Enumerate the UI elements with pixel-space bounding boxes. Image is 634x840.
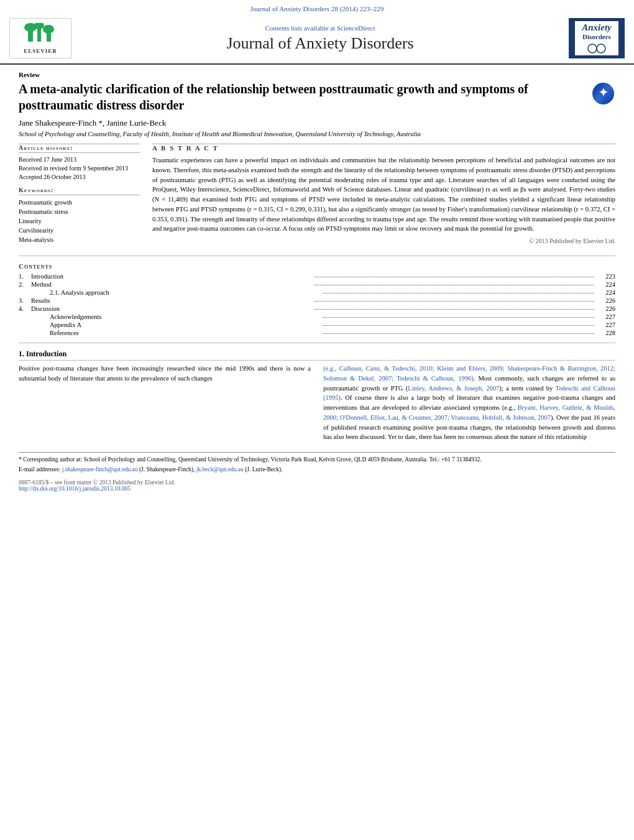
toc-entry-3: 3. Results 226 — [19, 297, 615, 304]
toc-dots-refs — [323, 333, 594, 334]
toc-entry-1: 1. Introduction 223 — [19, 273, 615, 280]
toc-label-ack: Acknowledgements — [50, 313, 321, 320]
crossmark-logo: ✦ — [590, 81, 615, 106]
toc-dots-appendix — [323, 325, 594, 326]
intro-right-col: (e.g., Calhoun, Cann, & Tedeschi, 2010; … — [323, 364, 615, 446]
email1-link[interactable]: j.shakespeare-finch@qut.edu.au — [62, 466, 138, 473]
toc-entry-ack: Acknowledgements 227 — [19, 313, 615, 320]
toc-num-2: 2. — [19, 281, 31, 288]
toc-label-2: Method — [31, 281, 311, 288]
journal-title-center: Contents lists available at ScienceDirec… — [71, 24, 569, 53]
introduction-heading: 1. Introduction — [19, 349, 615, 361]
divider-2 — [19, 343, 615, 343]
journal-top-line: Journal of Anxiety Disorders 28 (2014) 2… — [0, 5, 634, 12]
abstract-heading: A B S T R A C T — [152, 144, 615, 152]
toc-page-2: 224 — [597, 281, 615, 288]
contents-heading: Contents — [19, 262, 615, 270]
keyword-1: Posttraumatic growth — [19, 198, 140, 207]
svg-point-7 — [597, 44, 605, 53]
authors-text: Jane Shakespeare-Finch *, Janine Lurie-B… — [19, 118, 166, 127]
toc-page-appendix: 227 — [597, 321, 615, 328]
toc-entry-2-1: 2.1. Analysis approach 224 — [19, 289, 615, 296]
contents-available: Contents lists available at ScienceDirec… — [71, 24, 569, 32]
main-content: Review A meta-analytic clarification of … — [0, 65, 634, 498]
svg-point-6 — [588, 44, 597, 53]
journal-logo-graphic — [587, 42, 606, 55]
toc-entry-4: 4. Discussion 226 — [19, 305, 615, 312]
toc-page-4: 226 — [597, 305, 615, 312]
toc-dots-2 — [314, 285, 594, 285]
article-body: Article history: Received 17 June 2013 R… — [19, 144, 615, 249]
intro-left-col: Positive post-trauma changes have been i… — [19, 364, 311, 446]
ref-linley: Linley, Andrews, & Joseph, 2007 — [408, 385, 499, 392]
elsevier-logo: ELSEVIER — [9, 18, 71, 58]
article-history: Article history: Received 17 June 2013 R… — [19, 144, 140, 182]
top-journal-citation: Journal of Anxiety Disorders 28 (2014) 2… — [250, 5, 384, 12]
contents-section: Contents 1. Introduction 223 2. Method 2… — [19, 262, 615, 336]
keyword-4: Curvilinearity — [19, 226, 140, 235]
logo-anxiety: Anxiety — [582, 22, 612, 33]
toc-dots-2-1 — [323, 293, 594, 293]
toc-page-1: 223 — [597, 273, 615, 280]
crossmark-icon: ✦ — [592, 83, 614, 104]
toc-num-4: 4. — [19, 305, 31, 312]
toc-num-1: 1. — [19, 273, 31, 280]
history-label: Article history: — [19, 144, 140, 153]
article-title-text: A meta-analytic clarification of the rel… — [19, 81, 590, 113]
toc-label-appendix: Appendix A — [50, 321, 321, 328]
footnotes: * Corresponding author at: School of Psy… — [19, 452, 615, 474]
toc-dots-4 — [314, 309, 594, 310]
toc-entry-refs: References 228 — [19, 330, 615, 336]
keywords-list: Posttraumatic growth Posttraumatic stres… — [19, 198, 140, 244]
intro-left-text: Positive post-trauma changes have been i… — [19, 364, 311, 384]
toc-label-3: Results — [31, 297, 311, 304]
footnote-email: E-mail addresses: j.shakespeare-finch@qu… — [19, 466, 615, 474]
toc-wrapper: 1. Introduction 223 2. Method 224 2.1. A… — [19, 273, 615, 336]
doi-link[interactable]: http://dx.doi.org/10.1016/j.janxdis.2013… — [19, 486, 615, 492]
keyword-5: Meta-analysis — [19, 235, 140, 244]
toc-page-3: 226 — [597, 297, 615, 304]
article-info: Article history: Received 17 June 2013 R… — [19, 144, 140, 249]
toc-label-4: Discussion — [31, 305, 311, 312]
article-type-label: Review — [19, 71, 615, 78]
journal-header: Journal of Anxiety Disorders 28 (2014) 2… — [0, 0, 634, 65]
affiliation-text: School of Psychology and Counselling, Fa… — [19, 131, 615, 137]
keyword-3: Linearity — [19, 216, 140, 226]
received-date: Received 17 June 2013 Received in revise… — [19, 155, 140, 182]
keywords-section: Keywords: Posttraumatic growth Posttraum… — [19, 187, 140, 244]
toc-page-refs: 228 — [597, 330, 615, 336]
toc-num-3: 3. — [19, 297, 31, 304]
intro-right-text: (e.g., Calhoun, Cann, & Tedeschi, 2010; … — [323, 364, 615, 442]
toc-page-2-1: 224 — [597, 289, 615, 296]
introduction-body: Positive post-trauma changes have been i… — [19, 364, 615, 446]
keyword-2: Posttraumatic stress — [19, 207, 140, 216]
logo-disorders: Disorders — [582, 33, 611, 40]
email2-link[interactable]: jk.beck@qut.edu.au — [196, 466, 244, 473]
toc-label-1: Introduction — [31, 273, 311, 280]
article-title-block: A meta-analytic clarification of the rel… — [19, 81, 615, 113]
toc-dots-ack — [323, 317, 594, 318]
journal-main-title: Journal of Anxiety Disorders — [71, 34, 569, 53]
footnote-star: * Corresponding author at: School of Psy… — [19, 456, 615, 464]
abstract-section: A B S T R A C T Traumatic experiences ca… — [152, 144, 615, 249]
toc-page-ack: 227 — [597, 313, 615, 320]
elsevier-tree-icon — [22, 23, 59, 47]
issn-text: 0887-6185/$ – see front matter © 2013 Pu… — [19, 479, 615, 486]
abstract-text: Traumatic experiences can have a powerfu… — [152, 155, 615, 234]
elsevier-text: ELSEVIER — [24, 48, 57, 54]
toc-label-2-1: 2.1. Analysis approach — [50, 289, 321, 296]
copyright-line: © 2013 Published by Elsevier Ltd. — [152, 238, 615, 244]
divider-1 — [19, 256, 615, 256]
toc-dots-3 — [314, 301, 594, 302]
toc-label-refs: References — [50, 330, 321, 336]
bottom-bar: 0887-6185/$ – see front matter © 2013 Pu… — [19, 479, 615, 492]
intro-right-cont-2: ); a term coined by — [499, 385, 555, 392]
svg-point-5 — [43, 25, 54, 34]
anxiety-disorders-logo: Anxiety Disorders — [569, 18, 625, 58]
toc-dots-1 — [314, 277, 594, 277]
toc-entry-appendix: Appendix A 227 — [19, 321, 615, 328]
keywords-label: Keywords: — [19, 187, 140, 195]
introduction-section: 1. Introduction Positive post-trauma cha… — [19, 349, 615, 446]
toc-entry-2: 2. Method 224 — [19, 281, 615, 288]
authors-line: Jane Shakespeare-Finch *, Janine Lurie-B… — [19, 118, 615, 128]
